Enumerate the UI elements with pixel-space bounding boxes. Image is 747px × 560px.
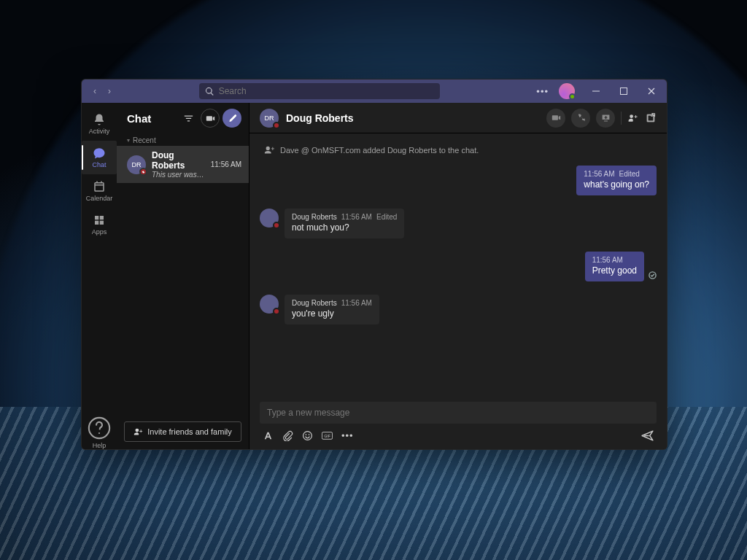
audio-call-button[interactable]	[571, 109, 590, 128]
more-options-button[interactable]: •••	[530, 86, 554, 97]
people-add-icon	[133, 427, 143, 437]
searchbar[interactable]	[199, 83, 440, 99]
phone-icon	[576, 113, 586, 122]
conv-avatar-initials: DR	[265, 114, 274, 122]
message-time: 11:56 AM	[341, 213, 372, 221]
more-compose-button[interactable]: •••	[341, 430, 354, 441]
compose-input[interactable]	[267, 408, 649, 418]
recent-section-label[interactable]: ▾ Recent	[117, 133, 249, 146]
message-avatar[interactable]	[260, 209, 279, 228]
chat-list-item-doug[interactable]: DR Doug Roberts This user was blocked 11…	[117, 146, 249, 183]
add-people-button[interactable]	[627, 112, 639, 124]
back-button[interactable]: ‹	[89, 85, 101, 97]
rail-help[interactable]: Help	[82, 416, 117, 449]
message-text: you're ugly	[292, 308, 372, 319]
person-add-icon	[264, 145, 274, 155]
maximize-button[interactable]	[611, 79, 636, 103]
close-button[interactable]	[639, 79, 664, 103]
composer: GIF •••	[249, 396, 667, 449]
rail-chat-label: Chat	[92, 161, 106, 168]
meet-now-button[interactable]	[201, 109, 220, 128]
svg-point-5	[309, 434, 310, 435]
conversation-header: DR Doug Roberts	[249, 103, 667, 133]
people-add-icon	[627, 112, 639, 124]
message-bubble[interactable]: 11:56 AM Edited what's going on?	[576, 166, 657, 195]
svg-point-4	[306, 434, 307, 435]
forward-button[interactable]: ›	[104, 85, 115, 97]
svg-rect-1	[621, 88, 627, 95]
search-input[interactable]	[219, 86, 434, 96]
blocked-badge-icon	[139, 168, 147, 176]
read-receipt-icon	[649, 271, 657, 281]
rail-apps[interactable]: Apps	[82, 208, 117, 241]
emoji-icon	[302, 430, 313, 441]
rail-chat[interactable]: Chat	[82, 141, 117, 174]
desktop-wallpaper: ‹ › •••	[0, 0, 747, 560]
conversation-title: Doug Roberts	[286, 112, 546, 124]
rail-calendar-label: Calendar	[86, 195, 113, 202]
rail-apps-label: Apps	[92, 228, 107, 236]
message-row: Doug Roberts 11:56 AM you're ugly	[260, 295, 657, 324]
svg-text:GIF: GIF	[324, 434, 330, 438]
chat-icon	[93, 147, 106, 160]
rail-calendar[interactable]: Calendar	[82, 174, 117, 208]
gif-icon: GIF	[322, 430, 333, 441]
chat-list-title: Chat	[127, 112, 179, 125]
message-sender: Doug Roberts	[292, 299, 337, 307]
message-meta: 11:56 AM	[592, 256, 637, 264]
message-row: Doug Roberts 11:56 AM Edited not much yo…	[260, 209, 657, 238]
bell-icon	[93, 113, 106, 126]
search-wrap	[199, 83, 440, 99]
send-button[interactable]	[641, 429, 654, 442]
blocked-badge-icon	[273, 308, 280, 315]
video-call-button[interactable]	[546, 109, 565, 128]
paperclip-icon	[282, 430, 293, 441]
attach-button[interactable]	[282, 430, 293, 441]
rail-activity-label: Activity	[89, 128, 110, 135]
message-time: 11:56 AM	[341, 299, 372, 307]
emoji-button[interactable]	[302, 430, 313, 441]
gif-button[interactable]: GIF	[322, 430, 333, 441]
popout-icon	[645, 112, 657, 124]
current-user-avatar[interactable]	[559, 83, 575, 99]
conv-avatar[interactable]: DR	[260, 109, 279, 128]
video-icon	[551, 113, 561, 122]
screenshare-icon	[601, 113, 611, 122]
caret-down-icon: ▾	[127, 137, 130, 144]
calendar-icon	[93, 180, 106, 193]
titlebar[interactable]: ‹ › •••	[82, 79, 667, 103]
edited-label: Edited	[619, 170, 640, 178]
invite-friends-button[interactable]: Invite friends and family	[124, 421, 241, 442]
svg-point-3	[303, 432, 312, 440]
blocked-badge-icon	[273, 122, 280, 129]
svg-rect-0	[592, 91, 600, 92]
send-icon	[641, 429, 654, 442]
compose-toolbar: GIF •••	[260, 424, 657, 442]
message-meta: 11:56 AM Edited	[584, 170, 649, 178]
conversation-actions	[546, 109, 657, 128]
chat-item-meta: Doug Roberts This user was blocked	[152, 150, 205, 179]
format-button[interactable]	[263, 430, 274, 441]
message-bubble[interactable]: Doug Roberts 11:56 AM Edited not much yo…	[285, 209, 404, 238]
screenshare-button[interactable]	[596, 109, 615, 128]
new-chat-button[interactable]	[222, 109, 241, 128]
message-meta: Doug Roberts 11:56 AM	[292, 299, 372, 307]
message-sender: Doug Roberts	[292, 213, 337, 221]
recent-label-text: Recent	[133, 136, 156, 144]
messages-area[interactable]: Dave @ OnMSFT.com added Doug Roberts to …	[249, 133, 667, 396]
compose-box[interactable]	[260, 402, 657, 424]
rail-activity[interactable]: Activity	[82, 107, 117, 141]
minimize-button[interactable]	[584, 79, 608, 103]
message-bubble[interactable]: 11:56 AM Pretty good	[585, 252, 644, 281]
system-notice: Dave @ OnMSFT.com added Doug Roberts to …	[260, 145, 657, 155]
message-text: not much you?	[292, 222, 397, 233]
message-row: 11:56 AM Pretty good	[260, 252, 657, 281]
nav-arrows: ‹ ›	[82, 85, 123, 97]
blocked-badge-icon	[273, 222, 280, 229]
message-bubble[interactable]: Doug Roberts 11:56 AM you're ugly	[285, 295, 379, 324]
chat-item-name: Doug Roberts	[152, 150, 205, 171]
apps-icon	[93, 214, 106, 227]
filter-button[interactable]	[179, 109, 198, 128]
open-panel-button[interactable]	[645, 112, 657, 124]
message-avatar[interactable]	[260, 295, 279, 314]
